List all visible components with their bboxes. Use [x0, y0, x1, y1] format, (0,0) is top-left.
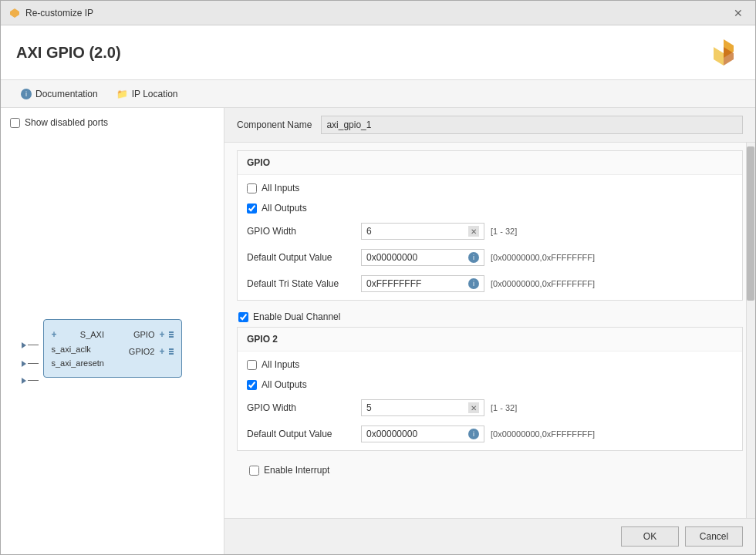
tab-ip-location[interactable]: 📁 IP Location — [109, 84, 186, 104]
gpio2-width-range: [1 - 32] — [491, 403, 517, 412]
header-section: AXI GPIO (2.0) — [1, 25, 755, 80]
port-saxi-label: S_AXI — [80, 330, 104, 339]
component-name-input[interactable] — [321, 116, 743, 134]
port-gpio: GPIO + — [133, 329, 174, 340]
gpio-width-clear-btn[interactable]: ✕ — [468, 226, 479, 237]
content-area: Show disabled ports — [1, 108, 755, 554]
gpio2-default-output-label: Default Output Value — [247, 429, 355, 439]
tab-ip-location-label: IP Location — [132, 89, 178, 99]
enable-dual-channel-row: Enable Dual Channel — [237, 307, 743, 327]
logo-icon — [707, 36, 740, 69]
gpio-section-body: All Inputs All Outputs — [238, 175, 742, 300]
right-panel: Component Name GPIO All Inpu — [224, 108, 755, 554]
tri-state-row: Default Tri State Value 0xFFFFFFFF i [0x… — [247, 274, 733, 294]
gpio-width-range: [1 - 32] — [491, 227, 517, 236]
gpio2-all-inputs-checkbox[interactable] — [247, 360, 257, 370]
cancel-button[interactable]: Cancel — [685, 526, 743, 547]
tri-state-info-btn[interactable]: i — [468, 278, 479, 289]
gpio2-section-body: All Inputs All Outputs — [238, 352, 742, 450]
enable-interrupt-label[interactable]: Enable Interrupt — [249, 465, 329, 476]
tabs-bar: i Documentation 📁 IP Location — [1, 80, 755, 108]
gpio2-all-outputs-row: All Outputs — [247, 378, 733, 392]
tab-documentation[interactable]: i Documentation — [13, 84, 106, 104]
gpio-section-header: GPIO — [238, 151, 742, 175]
gpio2-section-header: GPIO 2 — [238, 328, 742, 352]
default-output-range: [0x00000000,0xFFFFFFFF] — [491, 253, 595, 262]
close-button[interactable]: ✕ — [729, 5, 748, 21]
port-gpio-label: GPIO — [133, 330, 155, 339]
svg-marker-3 — [714, 47, 724, 66]
gpio2-default-output-row: Default Output Value 0x00000000 i [0x000… — [247, 424, 733, 444]
app-icon — [8, 7, 21, 19]
default-output-info-btn[interactable]: i — [468, 252, 479, 263]
gpio2-default-output-value: 0x00000000 — [366, 429, 468, 439]
enable-dual-channel-label[interactable]: Enable Dual Channel — [238, 311, 340, 322]
component-inner: + S_AXI s_axi_aclk s_axi_aresetn — [52, 326, 174, 371]
port-gpio2: GPIO2 + — [129, 346, 174, 357]
left-connector-saxi — [22, 342, 39, 348]
gpio2-width-row: GPIO Width 5 ✕ [1 - 32] — [247, 398, 733, 418]
ok-button[interactable]: OK — [621, 526, 679, 547]
app-title: AXI GPIO (2.0) — [16, 44, 121, 62]
gpio2-default-output-info-btn[interactable]: i — [468, 429, 479, 439]
gpio2-width-input-wrapper: 5 ✕ — [361, 399, 484, 416]
component-name-row: Component Name — [224, 108, 755, 143]
port-aclk-label: s_axi_aclk — [52, 345, 91, 354]
window-title: Re-customize IP — [25, 8, 93, 18]
left-connector-aclk — [22, 361, 39, 367]
diagram-area: + S_AXI s_axi_aclk s_axi_aresetn — [10, 151, 214, 545]
component-name-label: Component Name — [237, 119, 312, 130]
gpio2-default-output-range: [0x00000000,0xFFFFFFFF] — [491, 429, 595, 439]
gpio2-width-value: 5 — [366, 402, 468, 413]
scrollable-content: GPIO All Inputs — [224, 143, 755, 518]
main-window: Re-customize IP ✕ AXI GPIO (2.0) i Docum… — [0, 0, 756, 555]
tri-state-label: Default Tri State Value — [247, 278, 355, 289]
port-aresetn-label: s_axi_aresetn — [52, 358, 105, 368]
folder-icon: 📁 — [116, 89, 128, 99]
arrow-icon — [22, 361, 26, 367]
gpio2-all-inputs-row: All Inputs — [247, 358, 733, 372]
gpio2-default-output-wrapper: 0x00000000 i — [361, 426, 484, 442]
tab-documentation-label: Documentation — [35, 89, 98, 99]
all-inputs-label[interactable]: All Inputs — [247, 183, 299, 193]
gpio-width-input-wrapper: 6 ✕ — [361, 223, 484, 240]
enable-interrupt-checkbox[interactable] — [249, 466, 259, 476]
gpio2-width-label: GPIO Width — [247, 402, 355, 413]
gpio-width-value: 6 — [366, 226, 468, 237]
all-inputs-checkbox[interactable] — [247, 183, 257, 193]
tri-state-input-wrapper: 0xFFFFFFFF i — [361, 275, 484, 292]
left-panel: Show disabled ports — [1, 108, 224, 554]
bottom-bar: OK Cancel — [224, 518, 755, 554]
title-bar: Re-customize IP ✕ — [1, 1, 755, 25]
all-outputs-row: All Outputs — [247, 201, 733, 215]
gpio2-all-outputs-label[interactable]: All Outputs — [247, 379, 307, 390]
scrollbar-track[interactable] — [746, 143, 755, 518]
default-output-input-wrapper: 0x00000000 i — [361, 249, 484, 266]
scrollbar-thumb[interactable] — [747, 146, 754, 301]
gpio2-width-clear-btn[interactable]: ✕ — [468, 402, 479, 413]
all-outputs-label[interactable]: All Outputs — [247, 203, 307, 214]
all-inputs-row: All Inputs — [247, 181, 733, 195]
gpio-width-label: GPIO Width — [247, 226, 355, 237]
title-bar-left: Re-customize IP — [8, 7, 93, 19]
gpio2-section: GPIO 2 All Inputs — [237, 327, 743, 451]
gpio2-all-inputs-label[interactable]: All Inputs — [247, 359, 299, 370]
show-disabled-label[interactable]: Show disabled ports — [25, 117, 108, 128]
default-output-label: Default Output Value — [247, 252, 355, 263]
default-output-value: 0x00000000 — [366, 252, 468, 263]
enable-dual-channel-checkbox[interactable] — [238, 312, 248, 322]
left-connector-aresetn — [22, 378, 39, 384]
show-disabled-row: Show disabled ports — [10, 117, 214, 128]
default-output-row: Default Output Value 0x00000000 i [0x000… — [247, 247, 733, 267]
port-gpio2-label: GPIO2 — [129, 347, 155, 356]
svg-marker-0 — [10, 8, 19, 18]
arrow-icon — [22, 378, 26, 384]
gpio-section: GPIO All Inputs — [237, 150, 743, 301]
component-diagram: + S_AXI s_axi_aclk s_axi_aresetn — [43, 319, 182, 378]
scrollable-inner: GPIO All Inputs — [224, 143, 755, 491]
show-disabled-checkbox[interactable] — [10, 118, 20, 128]
info-icon: i — [21, 89, 32, 99]
gpio2-all-outputs-checkbox[interactable] — [247, 380, 257, 390]
port-saxi: + S_AXI — [52, 329, 105, 340]
all-outputs-checkbox[interactable] — [247, 204, 257, 214]
